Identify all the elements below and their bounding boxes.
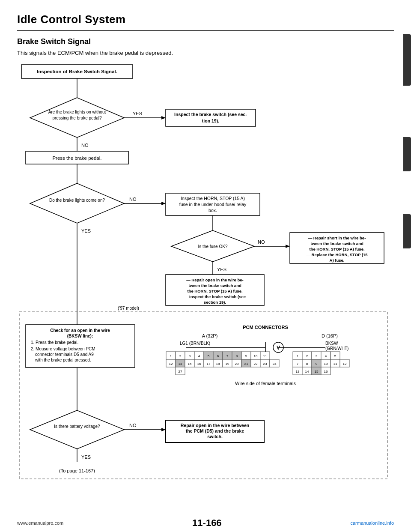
- svg-rect-140: [312, 367, 321, 375]
- svg-rect-78: [223, 352, 232, 359]
- svg-text:Repair open in the wire betwee: Repair open in the wire between: [181, 423, 249, 428]
- svg-text:23: 23: [263, 362, 267, 366]
- svg-rect-130: [321, 359, 331, 367]
- svg-rect-122: [331, 352, 340, 359]
- svg-rect-120: [321, 352, 331, 359]
- svg-text:D (16P): D (16P): [322, 333, 338, 338]
- svg-rect-0: [21, 65, 133, 78]
- svg-text:NO: NO: [81, 143, 89, 148]
- svg-text:Press the brake pedal.: Press the brake pedal.: [52, 155, 101, 161]
- svg-text:3: 3: [316, 354, 318, 358]
- flowchart-area: Inspection of Brake Switch Signal. Are t…: [17, 61, 394, 511]
- svg-text:PCM CONNECTORS: PCM CONNECTORS: [243, 325, 288, 330]
- svg-text:13: 13: [179, 362, 182, 366]
- svg-rect-134: [340, 359, 349, 367]
- svg-text:10: 10: [254, 354, 258, 358]
- svg-text:19: 19: [226, 362, 229, 366]
- svg-text:11: 11: [334, 362, 337, 366]
- svg-rect-104: [241, 359, 251, 367]
- svg-text:8: 8: [236, 354, 238, 358]
- svg-rect-132: [331, 359, 340, 367]
- svg-marker-3: [30, 98, 124, 137]
- svg-text:8: 8: [306, 362, 308, 366]
- svg-rect-98: [213, 359, 223, 367]
- svg-rect-100: [223, 359, 232, 367]
- svg-text:5: 5: [208, 354, 210, 358]
- svg-text:NO: NO: [129, 197, 137, 202]
- svg-rect-14: [26, 151, 128, 164]
- svg-text:15: 15: [188, 362, 192, 366]
- svg-rect-84: [251, 352, 260, 359]
- svg-text:15: 15: [315, 370, 319, 374]
- svg-text:18: 18: [216, 362, 220, 366]
- svg-text:4: 4: [325, 354, 327, 358]
- svg-rect-108: [260, 359, 270, 367]
- svg-rect-106: [251, 359, 260, 367]
- svg-rect-116: [302, 352, 312, 359]
- svg-text:('97 model): ('97 model): [118, 306, 139, 311]
- svg-rect-128: [312, 359, 321, 367]
- svg-text:(BKSW line):: (BKSW line):: [67, 334, 93, 338]
- svg-text:box.: box.: [208, 208, 217, 213]
- svg-rect-76: [213, 352, 223, 359]
- svg-rect-118: [312, 352, 321, 359]
- svg-marker-7: [161, 116, 166, 120]
- svg-text:17: 17: [207, 362, 211, 366]
- svg-text:fuse in the under-hood fuse/ r: fuse in the under-hood fuse/ relay: [179, 202, 247, 207]
- svg-text:7: 7: [226, 354, 229, 358]
- svg-text:24: 24: [273, 362, 277, 366]
- svg-rect-126: [302, 359, 312, 367]
- svg-text:— Inspect the brake switch (se: — Inspect the brake switch (see: [184, 294, 246, 299]
- svg-rect-114: [293, 352, 302, 359]
- svg-text:Do the brake lights come on?: Do the brake lights come on?: [49, 198, 105, 203]
- svg-text:10: 10: [324, 362, 328, 366]
- svg-marker-146: [30, 410, 124, 449]
- svg-rect-68: [176, 352, 185, 359]
- right-tab-3: [403, 214, 411, 248]
- main-title: Idle Control System: [17, 13, 394, 26]
- svg-text:27: 27: [179, 370, 182, 374]
- svg-rect-92: [185, 359, 194, 367]
- svg-marker-32: [286, 245, 290, 248]
- svg-rect-94: [194, 359, 204, 367]
- watermark: carmanualonline.info: [350, 520, 394, 526]
- section-title: Brake Switch Signal: [17, 37, 394, 46]
- svg-text:6: 6: [217, 354, 219, 358]
- right-tab-2: [403, 137, 411, 171]
- svg-text:16: 16: [197, 362, 201, 366]
- intro-text: This signals the ECM/PCM when the brake …: [17, 50, 394, 56]
- svg-text:Wire side of female terminals: Wire side of female terminals: [235, 381, 296, 386]
- svg-rect-96: [204, 359, 213, 367]
- svg-rect-22: [166, 193, 260, 215]
- svg-text:11: 11: [263, 354, 267, 358]
- svg-text:22: 22: [254, 362, 258, 366]
- svg-text:LG1 (BRN/BLK): LG1 (BRN/BLK): [180, 341, 210, 346]
- svg-text:YES: YES: [81, 228, 91, 233]
- svg-text:1: 1: [297, 354, 299, 358]
- svg-rect-110: [270, 359, 279, 367]
- svg-text:Is the fuse OK?: Is the fuse OK?: [198, 244, 228, 249]
- svg-rect-9: [166, 109, 256, 126]
- svg-text:A) fuse.: A) fuse.: [330, 258, 345, 263]
- svg-text:the HORN, STOP (15 A) fuse.: the HORN, STOP (15 A) fuse.: [309, 247, 364, 251]
- svg-rect-72: [194, 352, 204, 359]
- svg-text:— Repair open in the wire be-: — Repair open in the wire be-: [186, 278, 244, 282]
- svg-rect-136: [293, 367, 302, 375]
- svg-text:YES: YES: [217, 267, 226, 272]
- svg-rect-112: [176, 367, 185, 375]
- svg-rect-66: [166, 352, 176, 359]
- svg-text:tion 19).: tion 19).: [202, 118, 219, 123]
- website-label: www.emanualpro.com: [17, 520, 63, 526]
- svg-rect-82: [241, 352, 251, 359]
- svg-text:tween the brake switch and: tween the brake switch and: [310, 241, 363, 246]
- svg-text:switch.: switch.: [207, 434, 223, 439]
- svg-marker-29: [171, 230, 254, 262]
- svg-text:Are the brake lights on withou: Are the brake lights on without: [48, 110, 106, 114]
- svg-text:tween the brake switch and: tween the brake switch and: [188, 283, 241, 288]
- svg-rect-151: [166, 420, 264, 442]
- svg-marker-149: [161, 428, 166, 431]
- svg-text:20: 20: [235, 362, 239, 366]
- svg-rect-90: [176, 359, 185, 367]
- svg-text:NO: NO: [258, 239, 265, 245]
- svg-text:YES: YES: [133, 111, 142, 116]
